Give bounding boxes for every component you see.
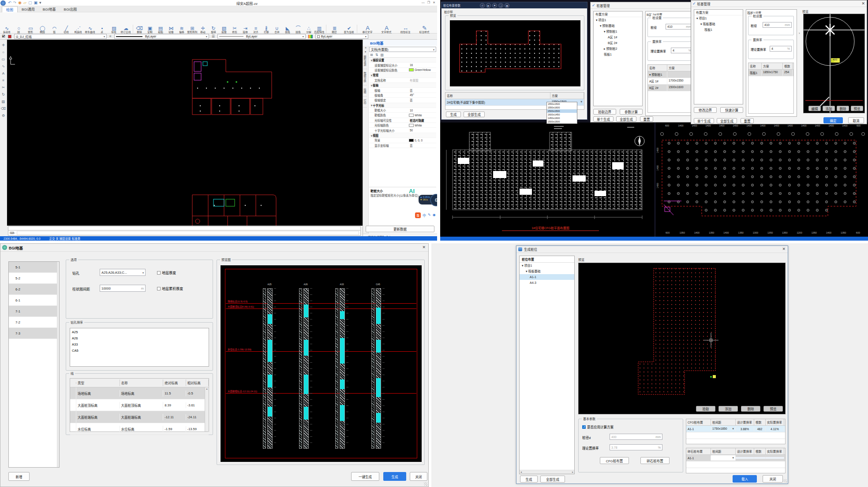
- canvas-button[interactable]: 预览: [851, 106, 863, 111]
- tree-item[interactable]: 筏板1: [694, 27, 743, 33]
- spacing-combo[interactable]: 1750x1850▾: [711, 426, 736, 431]
- generate-all-button[interactable]: 全部生成: [616, 116, 636, 122]
- add-button[interactable]: 新增: [8, 472, 30, 481]
- line-row[interactable]: 大面桩端标高 大面桩端标高 -12.11 -24.11: [70, 411, 209, 423]
- dropdown-option[interactable]: 1550x1500: [547, 102, 577, 106]
- ratio-input[interactable]: 3.78%: [610, 444, 662, 450]
- generate-all-button[interactable]: 全部生成: [540, 476, 565, 483]
- generate-button[interactable]: 生成: [383, 472, 406, 481]
- update-data-button[interactable]: 更新数据: [366, 226, 434, 232]
- property-row[interactable]: 光标轴可见性 框选时隐藏: [369, 118, 436, 123]
- scroll-left-icon[interactable]: ◂: [520, 470, 522, 474]
- list-scrollbar[interactable]: [57, 262, 59, 467]
- apply-scheme-checkbox[interactable]: 是否应用计算方案: [582, 424, 614, 429]
- tree-item[interactable]: A区 1#: [594, 34, 642, 40]
- close-icon[interactable]: ✕: [782, 247, 788, 251]
- ratio-input[interactable]: 4%: [671, 48, 693, 53]
- canvas-button[interactable]: 删除: [741, 406, 760, 412]
- side-tool-icon[interactable]: ⌫: [1, 107, 6, 111]
- dialog-titlebar[interactable]: ✓ 桩基管理 ✕: [691, 0, 867, 7]
- scheme-cell[interactable]: 1700x1550: [667, 78, 693, 84]
- ribbon-tab[interactable]: BGI出图: [60, 6, 81, 12]
- lineweight-combo[interactable]: ByLayer▾: [217, 34, 306, 39]
- dropdown-option[interactable]: 1500x1500: [547, 109, 577, 113]
- property-row[interactable]: 十字光标: [369, 103, 436, 108]
- property-row[interactable]: 捕捉设置: [369, 58, 436, 63]
- section-list-item[interactable]: 5-1: [9, 262, 59, 273]
- side-tool-icon[interactable]: ≡: [2, 78, 4, 82]
- layer-combo[interactable]: G_DJ_红线▾: [14, 34, 107, 39]
- tree-item[interactable]: 筏板1: [594, 52, 642, 57]
- section-list-item[interactable]: 7-3: [9, 328, 59, 339]
- scheme-cell[interactable]: [667, 71, 693, 78]
- panel-tool-icon[interactable]: ▥: [380, 53, 384, 57]
- ribbon-tab[interactable]: BGI通用: [18, 6, 39, 12]
- tree-hscrollbar[interactable]: ◂▸: [520, 470, 574, 474]
- window-control-icon[interactable]: ❐: [427, 1, 430, 4]
- resize-grip[interactable]: [783, 479, 787, 483]
- ratio-input[interactable]: 4%: [770, 46, 792, 52]
- tree-item[interactable]: ▾ 项目1: [520, 263, 574, 268]
- generate-button[interactable]: 生成: [446, 112, 461, 117]
- linetype-combo[interactable]: ByLayer▾: [114, 34, 209, 39]
- generate-all-button[interactable]: 全部生成: [464, 112, 485, 117]
- cfg-layout-button[interactable]: CFG桩布置: [600, 457, 629, 464]
- nav-button[interactable]: ■: [492, 3, 497, 8]
- ime-icon[interactable]: ◉: [433, 213, 436, 218]
- tree-item[interactable]: ▾ 预制桩1: [594, 29, 642, 34]
- scheme-cell[interactable]: 1500x1600: [667, 85, 693, 91]
- spacing-input[interactable]: 10000m: [100, 285, 146, 292]
- line-row[interactable]: 水位标高 水位标高 -1.59 -13.59: [70, 423, 209, 435]
- tree-item[interactable]: A4-3: [520, 280, 574, 286]
- ime-icon[interactable]: 中: [423, 213, 426, 218]
- dropdown-option[interactable]: 1450x1600: [547, 116, 577, 120]
- property-row[interactable]: 设置捕捉标记颜色 GreenYellow: [369, 68, 436, 73]
- canvas-button[interactable]: 编辑: [808, 106, 821, 111]
- tree-item[interactable]: ▾ 项目1: [694, 15, 743, 21]
- quick-calc-button[interactable]: 快速计算: [720, 107, 743, 113]
- generate-one-button[interactable]: 单个生成: [593, 116, 614, 122]
- property-row[interactable]: 视图: [369, 133, 436, 138]
- section-list-item[interactable]: 6-1: [9, 295, 59, 306]
- property-row[interactable]: 文档名称 布置图: [369, 78, 436, 83]
- close-button[interactable]: 关闭: [763, 475, 783, 483]
- side-tool-icon[interactable]: A: [2, 71, 4, 75]
- quick-access-icon[interactable]: ▣: [34, 0, 37, 5]
- property-row[interactable]: 靶框大小 10: [369, 108, 436, 113]
- canvas-button[interactable]: 添加: [718, 406, 738, 412]
- rail-tab[interactable]: 绘图: [363, 86, 367, 97]
- rail-arrow-icon[interactable]: ▸: [363, 50, 368, 53]
- rail-tab[interactable]: 图形资源: [363, 53, 367, 69]
- resize-grip[interactable]: [424, 482, 427, 486]
- ime-bar[interactable]: S 中✎◉▤: [415, 212, 437, 218]
- color-combo[interactable]: ByLayer▾: [315, 34, 368, 39]
- side-tool-icon[interactable]: ⚙: [2, 114, 5, 118]
- nav-button[interactable]: ↺: [480, 3, 485, 8]
- tree-item[interactable]: ▾ 筏板基础: [694, 21, 743, 27]
- nav-button[interactable]: ▣: [505, 3, 509, 8]
- pile-diameter-input[interactable]: 410mm: [666, 24, 693, 30]
- canvas-button[interactable]: 拾取: [696, 406, 715, 412]
- side-tool-icon[interactable]: ▭: [2, 57, 5, 61]
- side-tool-icon[interactable]: ✂: [2, 86, 5, 89]
- load-button[interactable]: 载入: [733, 475, 757, 483]
- ribbon-tab[interactable]: 绘图: [2, 6, 18, 12]
- reset-button[interactable]: 重置: [640, 116, 653, 122]
- plan-view[interactable]: 1#住宅楼CFG桩平面布置图: [440, 123, 654, 237]
- param-calc-button[interactable]: 参数计算: [620, 109, 643, 115]
- generate-all-button[interactable]: 全部生成: [717, 118, 737, 123]
- tree-item[interactable]: ▾ 筏板基础: [520, 268, 574, 274]
- side-tool-icon[interactable]: ▨: [2, 100, 5, 104]
- window-control-icon[interactable]: —: [422, 1, 425, 4]
- drill-order-item[interactable]: CA5: [72, 348, 207, 354]
- diameter-input[interactable]: 400mm: [610, 434, 662, 440]
- generate-button[interactable]: 生成: [520, 476, 538, 483]
- doc-combo[interactable]: 文档(布置图)▾: [369, 47, 436, 52]
- line-row[interactable]: 大面桩顶标高 大面桩顶标高 8.39 -3.61: [70, 399, 209, 411]
- dialog-titlebar[interactable]: BGI地基 ✕: [0, 244, 428, 252]
- scroll-right-icon[interactable]: ▸: [572, 470, 573, 474]
- section-list-item[interactable]: 5-2: [9, 273, 59, 284]
- edit-boundary-button[interactable]: 修改边界: [694, 107, 717, 113]
- canvas-button[interactable]: 添加: [823, 106, 835, 111]
- quick-access-icon[interactable]: ↶: [8, 0, 11, 5]
